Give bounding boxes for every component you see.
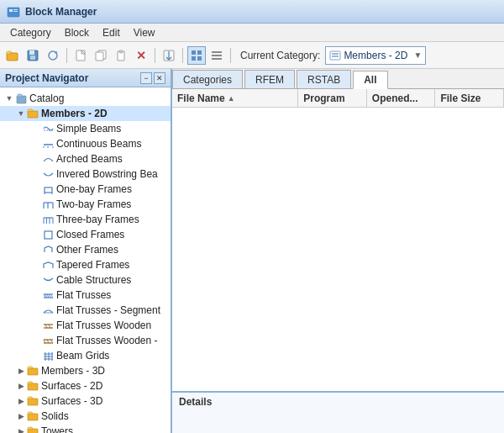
tree-item-solids[interactable]: ▶ Solids bbox=[0, 409, 171, 424]
tree-item-surfaces-3d[interactable]: ▶ Surfaces - 3D bbox=[0, 393, 171, 409]
three-bay-frames-icon bbox=[42, 214, 54, 225]
svg-rect-28 bbox=[28, 111, 38, 118]
continuous-beams-label: Continuous Beams bbox=[56, 138, 141, 150]
tree-item-tapered-frames[interactable]: ▶ Tapered Frames bbox=[0, 257, 171, 272]
menu-view[interactable]: View bbox=[127, 25, 162, 40]
tree-item-towers[interactable]: ▶ Towers bbox=[0, 424, 171, 433]
tree-item-members-2d[interactable]: ▼ Members - 2D bbox=[0, 106, 171, 121]
tree-item-members-3d[interactable]: ▶ Members - 3D bbox=[0, 363, 171, 378]
tree-item-other-frames[interactable]: ▶ Other Frames bbox=[0, 242, 171, 257]
members3d-label: Members - 3D bbox=[41, 365, 105, 377]
surfaces3d-toggle-icon: ▶ bbox=[15, 395, 27, 407]
other-frames-icon bbox=[42, 244, 54, 256]
toolbar: ✕ Current Category: Members - 2D ▼ bbox=[0, 42, 504, 69]
tree-item-cable-structures[interactable]: ▶ Cable Structures bbox=[0, 272, 171, 288]
save-btn[interactable] bbox=[24, 46, 42, 65]
tree-item-closed-frames[interactable]: ▶ Closed Frames bbox=[0, 227, 171, 242]
surfaces2d-folder-icon bbox=[27, 380, 39, 392]
tab-rfem[interactable]: RFEM bbox=[244, 70, 295, 88]
tapered-frames-icon bbox=[42, 259, 54, 271]
menu-category[interactable]: Category bbox=[3, 25, 58, 40]
sep1 bbox=[66, 48, 67, 63]
tree-item-one-bay-frames[interactable]: ▶ One-bay Frames bbox=[0, 182, 171, 197]
col-header-filesize[interactable]: File Size bbox=[435, 89, 504, 107]
members2d-toggle-icon: ▼ bbox=[15, 108, 27, 119]
catalog-icon bbox=[15, 92, 27, 104]
solids-label: Solids bbox=[41, 410, 69, 422]
surfaces3d-folder-icon bbox=[27, 395, 39, 407]
import-btn[interactable] bbox=[160, 46, 178, 65]
menu-block[interactable]: Block bbox=[58, 25, 96, 40]
closed-frames-label: Closed Frames bbox=[56, 229, 124, 240]
panel-pin-btn[interactable]: − bbox=[140, 72, 152, 84]
tree-root-label: Catalog bbox=[29, 92, 64, 104]
current-category-value: Members - 2D bbox=[344, 50, 407, 61]
towers-toggle-icon: ▶ bbox=[15, 425, 27, 433]
filename-sort-icon: ▲ bbox=[228, 94, 235, 103]
menu-edit[interactable]: Edit bbox=[96, 25, 127, 40]
svg-line-61 bbox=[44, 340, 45, 343]
surfaces2d-toggle-icon: ▶ bbox=[15, 380, 27, 392]
view-grid-btn[interactable] bbox=[187, 46, 206, 65]
delete-btn[interactable]: ✕ bbox=[132, 46, 150, 65]
view-list-btn[interactable] bbox=[207, 46, 226, 65]
tree-item-beam-grids[interactable]: ▶ Beam Grids bbox=[0, 348, 171, 363]
cable-structures-label: Cable Structures bbox=[56, 274, 131, 286]
tree-root-catalog[interactable]: ▼ Catalog bbox=[0, 91, 171, 106]
tree-item-flat-trusses-segment[interactable]: ▶ Flat Trusses - Segment bbox=[0, 303, 171, 318]
table-body bbox=[172, 108, 504, 391]
tab-rstab[interactable]: RSTAB bbox=[297, 70, 351, 88]
tree-item-surfaces-2d[interactable]: ▶ Surfaces - 2D bbox=[0, 378, 171, 393]
svg-line-58 bbox=[49, 325, 50, 328]
solids-folder-icon bbox=[27, 410, 39, 422]
tree-item-continuous-beams[interactable]: ▶ Continuous Beams bbox=[0, 136, 171, 151]
members2d-label: Members - 2D bbox=[41, 108, 108, 119]
new-btn[interactable] bbox=[71, 46, 90, 65]
col-header-program[interactable]: Program bbox=[298, 89, 367, 107]
paste-btn[interactable] bbox=[112, 46, 130, 65]
svg-line-57 bbox=[45, 325, 47, 328]
other-frames-label: Other Frames bbox=[56, 244, 118, 256]
sep4 bbox=[230, 48, 231, 63]
svg-rect-9 bbox=[76, 50, 85, 61]
tree-item-simple-beams[interactable]: ▶ Simple Beams bbox=[0, 121, 171, 136]
surfaces3d-label: Surfaces - 3D bbox=[41, 395, 102, 407]
towers-label: Towers bbox=[41, 425, 73, 433]
surfaces2d-label: Surfaces - 2D bbox=[41, 380, 102, 392]
svg-rect-46 bbox=[45, 231, 52, 239]
svg-line-50 bbox=[45, 294, 47, 298]
tree-item-arched-beams[interactable]: ▶ Arched Beams bbox=[0, 151, 171, 166]
svg-rect-17 bbox=[197, 50, 202, 55]
tapered-frames-label: Tapered Frames bbox=[56, 259, 129, 271]
cable-structures-icon bbox=[42, 274, 54, 286]
svg-line-51 bbox=[47, 294, 49, 298]
tree-item-three-bay-frames[interactable]: ▶ Three-bay Frames bbox=[0, 212, 171, 227]
two-bay-frames-icon bbox=[42, 198, 54, 210]
panel-close-btn[interactable]: ✕ bbox=[154, 72, 165, 84]
svg-rect-11 bbox=[96, 52, 103, 61]
tab-all[interactable]: All bbox=[353, 71, 387, 89]
tab-categories[interactable]: Categories bbox=[172, 70, 243, 88]
refresh-btn[interactable] bbox=[44, 46, 62, 65]
dropdown-arrow-icon: ▼ bbox=[413, 50, 422, 60]
invered-bowstring-label: Invered Bowstring Bea bbox=[56, 168, 158, 180]
tree-item-flat-trusses-wooden[interactable]: ▶ Flat Trusses Wooden bbox=[0, 318, 171, 333]
tree-item-two-bay-frames[interactable]: ▶ Two-bay Frames bbox=[0, 197, 171, 212]
current-category-dropdown[interactable]: Members - 2D ▼ bbox=[325, 46, 426, 65]
tabs-row: Categories RFEM RSTAB All bbox=[172, 69, 504, 89]
copy-btn[interactable] bbox=[92, 46, 110, 65]
current-category-label: Current Category: bbox=[240, 50, 320, 61]
tree-item-flat-trusses[interactable]: ▶ Flat Trusses bbox=[0, 288, 171, 303]
one-bay-frames-label: One-bay Frames bbox=[56, 183, 132, 195]
details-label: Details bbox=[179, 396, 212, 408]
tree-item-flat-trusses-wooden2[interactable]: ▶ Flat Trusses Wooden - bbox=[0, 333, 171, 348]
arched-beams-label: Arched Beams bbox=[56, 153, 123, 165]
panel-header-buttons: − ✕ bbox=[140, 72, 165, 84]
col-header-filename[interactable]: File Name ▲ bbox=[172, 89, 298, 107]
tree-item-invered-bowstring[interactable]: ▶ Invered Bowstring Bea bbox=[0, 166, 171, 182]
col-header-opened[interactable]: Opened... bbox=[367, 89, 436, 107]
open-folder-btn[interactable] bbox=[3, 46, 22, 65]
svg-line-49 bbox=[44, 294, 45, 298]
svg-rect-19 bbox=[197, 56, 202, 61]
root-toggle-icon: ▼ bbox=[3, 92, 15, 104]
